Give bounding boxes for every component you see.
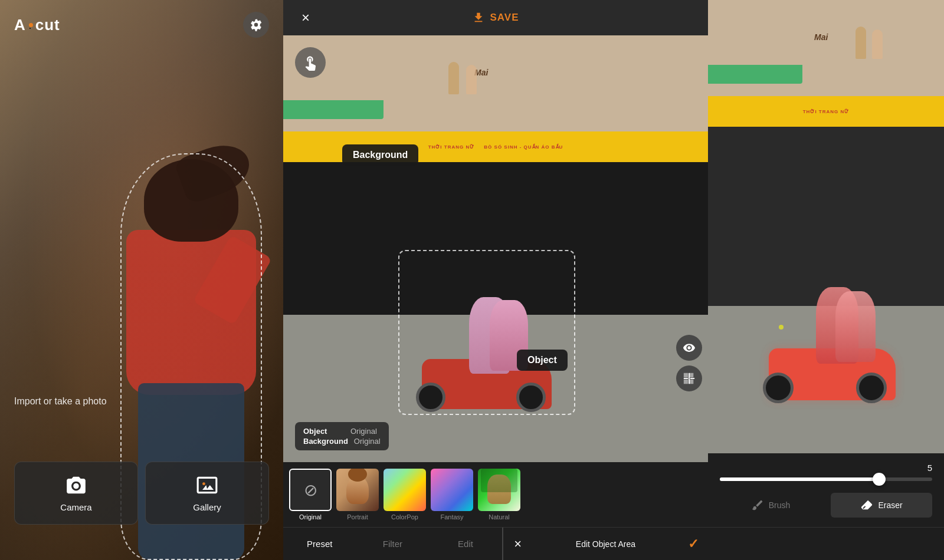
preset-thumb-portrait	[336, 469, 379, 511]
preset-thumb-colorpop	[384, 469, 426, 511]
right-panel: Mai THỜI TRANG NỮ 5	[708, 0, 944, 560]
camera-label: Camera	[60, 502, 91, 512]
tab-close-icon: ×	[514, 536, 522, 552]
middle-panel: × SAVE Mai THỜI TRANG NỮ BÒ SÓ SINH - QU…	[283, 0, 708, 560]
brush-label: Brush	[769, 500, 791, 510]
eraser-label: Eraser	[878, 500, 902, 510]
save-label: SAVE	[490, 12, 519, 24]
close-button[interactable]: ×	[295, 7, 316, 28]
scooter-wheel-left	[416, 383, 445, 412]
right-bottom-bar	[708, 527, 944, 560]
right-store-sign: Mai	[814, 32, 828, 42]
info-bg-label: Background	[303, 437, 348, 446]
preset-colorpop[interactable]: ColorPop	[384, 469, 426, 521]
preset-thumb-natural	[478, 469, 520, 511]
gallery-label: Gallery	[193, 502, 221, 512]
right-person-front	[835, 291, 876, 362]
preset-original[interactable]: ⊘ Original	[289, 469, 332, 521]
save-download-icon	[472, 11, 485, 24]
right-mannequin-1	[856, 27, 866, 59]
svg-rect-4	[690, 378, 694, 379]
editor-header: × SAVE	[283, 0, 708, 35]
slider-fill	[720, 477, 879, 481]
right-controls: 5 Brush Eraser	[708, 453, 944, 527]
split-view-icon	[683, 372, 696, 385]
logo-text2: cut	[35, 16, 60, 34]
right-wheel-left	[763, 373, 794, 403]
save-button[interactable]: SAVE	[472, 11, 519, 24]
svg-point-1	[202, 482, 205, 485]
logo-text: A	[14, 16, 26, 34]
right-banner-text: THỜI TRANG NỮ	[803, 109, 850, 114]
preset-portrait-label: Portrait	[347, 513, 368, 521]
scooter-wheel-right	[516, 383, 546, 412]
preset-natural-label: Natural	[489, 513, 509, 521]
right-yellow-banner: THỜI TRANG NỮ	[708, 96, 944, 127]
object-tooltip-text: Object	[517, 350, 568, 371]
teal-awning	[283, 100, 384, 119]
split-view-button[interactable]	[676, 365, 702, 391]
settings-button[interactable]	[243, 12, 269, 38]
info-bg-value: Original	[354, 437, 381, 446]
tab-preset[interactable]: Preset	[283, 528, 356, 560]
scooter-selection-group[interactable]	[398, 250, 575, 415]
info-row-object: Object Original	[303, 427, 381, 436]
gallery-button[interactable]: Gallery	[145, 462, 269, 525]
brush-tool-button[interactable]: Brush	[720, 493, 821, 518]
banner-text: THỜI TRANG NỮ BÒ SÓ SINH - QUẦN ÁO BẦU	[428, 144, 563, 150]
tab-check-button[interactable]: ✓	[678, 528, 708, 560]
tab-check-icon: ✓	[688, 536, 699, 552]
right-wheel-right	[856, 373, 887, 403]
info-row-background: Background Original	[303, 437, 381, 446]
tool-row: Brush Eraser	[720, 493, 932, 518]
image-edit-area[interactable]: Mai THỜI TRANG NỮ BÒ SÓ SINH - QUẦN ÁO B…	[283, 35, 708, 462]
svg-rect-2	[689, 373, 690, 384]
object-tooltip: Object	[517, 350, 568, 371]
background-tooltip: Background	[342, 144, 418, 166]
eraser-icon	[860, 499, 873, 512]
svg-point-0	[73, 483, 79, 489]
right-scooter-group	[748, 253, 913, 406]
left-panel: A · cut Import or take a photo Camera Ga…	[0, 0, 283, 560]
preset-thumb-original: ⊘	[289, 469, 332, 511]
touch-icon	[302, 54, 319, 71]
visibility-toggle-button[interactable]	[676, 335, 702, 361]
preset-portrait[interactable]: Portrait	[336, 469, 379, 521]
info-bar: Object Original Background Original	[295, 422, 389, 450]
brush-icon	[751, 499, 764, 512]
slider-thumb[interactable]	[873, 473, 886, 486]
brush-size-slider[interactable]	[720, 477, 932, 481]
side-controls	[676, 335, 702, 391]
close-icon: ×	[301, 9, 310, 26]
accent-dot	[779, 325, 784, 330]
edit-object-area-label-container: Edit Object Area	[533, 528, 678, 560]
presets-area: ⊘ Original Portrait ColorPop	[283, 462, 708, 527]
import-text: Import or take a photo	[14, 396, 107, 407]
tab-close-button[interactable]: ×	[503, 528, 533, 560]
mannequin-2	[466, 65, 477, 94]
tab-filter-label: Filter	[383, 539, 402, 549]
preset-colorpop-label: ColorPop	[391, 513, 418, 521]
gear-icon	[250, 18, 263, 31]
tab-edit[interactable]: Edit	[429, 528, 502, 560]
preset-natural[interactable]: Natural	[478, 469, 520, 521]
camera-button[interactable]: Camera	[14, 462, 138, 525]
touch-icon-button[interactable]	[295, 47, 326, 78]
right-photo-preview: Mai THỜI TRANG NỮ	[708, 0, 944, 453]
tab-preset-label: Preset	[307, 539, 332, 549]
background-tooltip-text: Background	[342, 144, 418, 166]
eye-icon	[683, 341, 696, 354]
eraser-tool-button[interactable]: Eraser	[831, 493, 932, 518]
preset-thumb-fantasy	[431, 469, 473, 511]
info-object-value: Original	[350, 427, 377, 436]
tab-filter[interactable]: Filter	[356, 528, 430, 560]
camera-icon	[65, 474, 87, 496]
slider-value-label: 5	[720, 463, 932, 473]
app-logo: A · cut	[14, 16, 60, 34]
info-object-label: Object	[303, 427, 345, 436]
preset-fantasy[interactable]: Fantasy	[431, 469, 473, 521]
preset-fantasy-label: Fantasy	[440, 513, 463, 521]
bottom-tabs: Preset Filter Edit × Edit Object Area ✓	[283, 527, 708, 560]
right-mannequin-2	[872, 29, 883, 59]
gallery-icon	[196, 474, 218, 496]
